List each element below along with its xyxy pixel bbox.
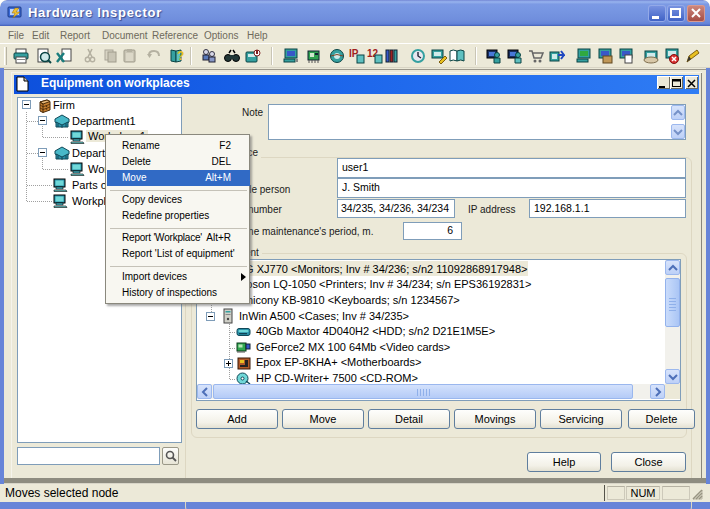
svg-text:?: ? [177,49,184,63]
